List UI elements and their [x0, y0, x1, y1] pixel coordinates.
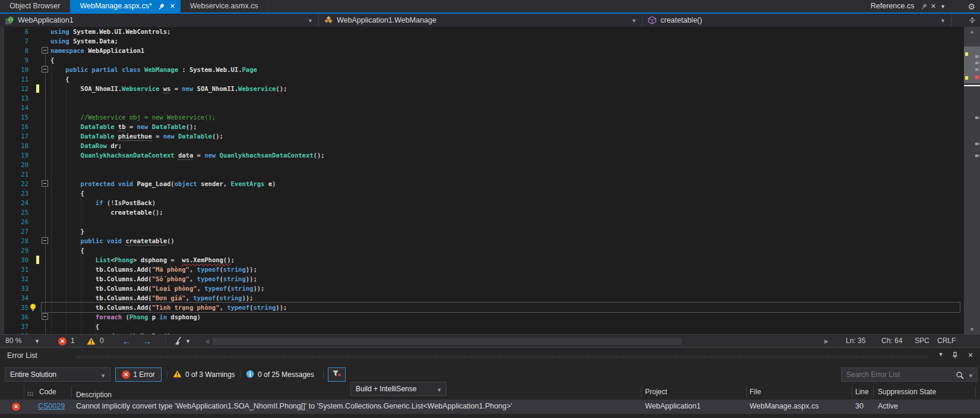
code-text[interactable]: { [50, 188, 84, 198]
code-line[interactable]: 21 [0, 169, 964, 179]
warning-triangle-icon[interactable] [87, 337, 95, 345]
magnifier-icon[interactable] [956, 371, 964, 382]
column-header-project[interactable]: Project [645, 388, 667, 396]
keep-open-pin-icon[interactable] [919, 2, 928, 11]
code-text[interactable]: } [50, 227, 84, 236]
gear-icon[interactable]: ⚙ [968, 2, 975, 11]
column-header-suppression[interactable]: Suppression State [878, 388, 936, 396]
code-line[interactable]: 17 DataTable phieuthue = new DataTable()… [0, 131, 964, 141]
scroll-up-icon[interactable]: ▲ [964, 29, 980, 34]
search-input[interactable] [845, 369, 949, 380]
error-row[interactable]: ✕ CS0029 Cannot implicitly convert type … [0, 400, 980, 414]
code-line[interactable]: 13 [0, 93, 964, 103]
code-line[interactable]: 18 DataRow dr; [0, 141, 964, 150]
code-text[interactable]: public partial class WebManage : System.… [50, 65, 257, 74]
code-text[interactable]: DataTable tb = new DataTable(); [50, 122, 197, 131]
code-text[interactable]: public void createtable() [50, 236, 175, 246]
column-header-line[interactable]: Line [855, 388, 869, 396]
code-line[interactable]: 34 tb.Columns.Add("Đơn giá", typeof(stri… [0, 293, 964, 303]
code-text[interactable]: { [50, 55, 54, 65]
code-line[interactable]: 16 DataTable tb = new DataTable(); [0, 122, 964, 131]
project-dropdown[interactable]: WebApplication1 ▼ [0, 14, 319, 27]
panel-drag-texture[interactable] [76, 355, 929, 359]
filter-button[interactable] [328, 367, 346, 382]
error-code-link[interactable]: CS0029 [38, 402, 65, 410]
column-header-file[interactable]: File [750, 388, 761, 396]
code-line[interactable]: 37 { [0, 322, 964, 331]
navigate-forward-icon[interactable]: → [143, 335, 151, 347]
column-indicator[interactable]: Ch: 64 [881, 335, 902, 347]
space-indicator[interactable]: SPC [915, 335, 930, 347]
code-text[interactable]: //Webservice obj = new Webservice(); [50, 112, 216, 122]
code-line[interactable]: 29 { [0, 246, 964, 255]
code-text[interactable]: DataTable phieuthue = new DataTable(); [50, 131, 223, 141]
code-line[interactable]: 30 List<Phong> dsphong = ws.XemPhong(); [0, 255, 964, 265]
cleanup-chevron-icon[interactable]: ▼ [185, 335, 191, 348]
fold-collapse-box[interactable] [42, 237, 48, 244]
search-box[interactable]: ▼ [841, 367, 978, 382]
error-count-icon[interactable]: ✕ [58, 337, 67, 345]
code-text[interactable]: tb.Columns.Add("Đơn giá", typeof(string)… [50, 293, 253, 303]
scope-dropdown[interactable]: Entire Solution ▼ [5, 367, 110, 382]
hscrollbar-thumb[interactable] [213, 338, 682, 345]
code-line[interactable]: 24 if (!IsPostBack) [0, 198, 964, 208]
fold-collapse-box[interactable] [42, 313, 48, 320]
code-line[interactable]: 20 [0, 160, 964, 169]
code-line[interactable]: 11 { [0, 74, 964, 84]
code-line[interactable]: 32 tb.Columns.Add("Số phòng", typeof(str… [0, 274, 964, 284]
zoom-chevron-icon[interactable]: ▼ [34, 335, 40, 348]
code-line[interactable]: 27 } [0, 227, 964, 236]
code-line[interactable]: 25 createtable(); [0, 208, 964, 217]
hscroll-right-icon[interactable]: ▶ [824, 335, 829, 348]
pin-icon[interactable] [950, 351, 960, 360]
code-text[interactable]: namespace WebApplication1 [50, 46, 144, 55]
search-chevron-icon[interactable]: ▼ [968, 373, 973, 379]
split-window-handle[interactable] [968, 16, 976, 26]
fold-collapse-box[interactable] [42, 66, 48, 73]
code-line[interactable]: 10 public partial class WebManage : Syst… [0, 65, 964, 74]
column-header-code[interactable]: Code [39, 388, 56, 396]
code-text[interactable]: tb.Columns.Add("Số phòng", typeof(string… [50, 274, 257, 284]
code-line[interactable]: 6using System.Web.UI.WebControls; [0, 27, 964, 36]
scroll-down-icon[interactable]: ▼ [964, 326, 980, 332]
code-line[interactable]: 31 tb.Columns.Add("Mã phòng", typeof(str… [0, 265, 964, 274]
errors-filter-button[interactable]: ✕ 1 Error [115, 367, 162, 382]
type-dropdown[interactable]: WebApplication1.WebManage ▼ [319, 14, 643, 27]
code-line[interactable]: 33 tb.Columns.Add("Loại phòng", typeof(s… [0, 284, 964, 293]
warnings-filter-button[interactable]: 0 of 3 Warnings [173, 367, 235, 382]
hscroll-left-icon[interactable]: ◀ [205, 335, 209, 348]
code-text[interactable]: SOA_NhomII.Webservice ws = new SOA_NhomI… [50, 84, 287, 93]
code-cleanup-broom-icon[interactable] [173, 337, 182, 345]
code-text[interactable]: List<Phong> dsphong = ws.XemPhong(); [50, 255, 235, 265]
code-line[interactable]: 12 SOA_NhomII.Webservice ws = new SOA_Nh… [0, 84, 964, 93]
warning-count[interactable]: 0 [100, 335, 104, 347]
code-text[interactable]: tb.Columns.Add("Mã phòng", typeof(string… [50, 265, 257, 274]
error-count[interactable]: 1 [71, 335, 75, 347]
fold-collapse-box[interactable] [42, 180, 48, 187]
tab-object-browser[interactable]: Object Browser [0, 0, 70, 12]
code-editor[interactable]: 6using System.Web.UI.WebControls;7using … [0, 27, 980, 334]
code-text[interactable]: { [50, 74, 69, 84]
code-line[interactable]: 8namespace WebApplication1 [0, 46, 964, 55]
zoom-level[interactable]: 80 % [5, 335, 21, 347]
code-line[interactable]: 36 foreach (Phong p in dsphong) [0, 312, 964, 322]
tab-webmanage[interactable]: WebManage.aspx.cs* ✕ [70, 0, 181, 12]
tab-reference[interactable]: Reference.cs [866, 0, 919, 12]
member-dropdown[interactable]: createtable() ▼ [643, 14, 951, 27]
code-line[interactable]: 7using System.Data; [0, 36, 964, 46]
code-line[interactable]: 14 [0, 103, 964, 112]
code-text[interactable]: protected void Page_Load(object sender, … [50, 179, 276, 188]
line-indicator[interactable]: Ln: 35 [846, 335, 865, 347]
code-line[interactable]: 23 { [0, 188, 964, 198]
code-text[interactable]: foreach (Phong p in dsphong) [50, 312, 201, 322]
tab-webservice[interactable]: Webservice.asmx.cs [181, 0, 268, 12]
close-icon[interactable]: ✕ [928, 2, 938, 11]
eol-indicator[interactable]: CRLF [937, 335, 956, 347]
code-text[interactable]: QuanlykhachsanDataContext data = new Qua… [50, 150, 325, 160]
close-icon[interactable]: ✕ [966, 351, 975, 361]
code-text[interactable]: if (!IsPostBack) [50, 198, 156, 208]
code-text[interactable]: DataRow dr; [50, 141, 122, 150]
vertical-scrollbar[interactable]: ▲ ▼ [964, 27, 980, 334]
code-text[interactable]: createtable(); [50, 208, 163, 217]
code-line[interactable]: 19 QuanlykhachsanDataContext data = new … [0, 150, 964, 160]
